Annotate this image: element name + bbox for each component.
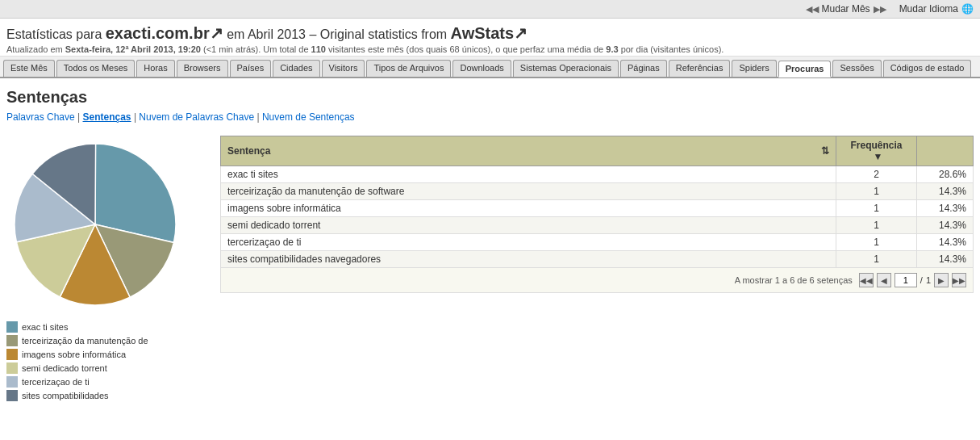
- legend-label: semi dedicado torrent: [22, 363, 107, 373]
- sentence-cell: terceirização da manutenção de software: [221, 183, 836, 200]
- tab-todos-os-meses[interactable]: Todos os Meses: [56, 60, 135, 77]
- top-bar: ◀◀ Mudar Mês ▶▶ Mudar Idioma 🌐: [0, 0, 980, 19]
- table-row: tercerizaçao de ti 1 14.3%: [221, 234, 974, 251]
- main-layout: exac ti sites terceirização da manutençã…: [6, 136, 974, 404]
- legend-label: sites compatibilidades: [22, 391, 109, 400]
- site-name: exacti.com.br↗: [106, 24, 223, 42]
- breadcrumb-separator: |: [75, 111, 83, 123]
- tab-este-mês[interactable]: Este Mês: [3, 60, 55, 77]
- site-title: Estatísticas para exacti.com.br↗ em Abri…: [6, 23, 974, 43]
- legend-label: terceirização da manutenção de: [22, 336, 148, 346]
- legend-color-swatch: [6, 376, 18, 388]
- legend-color-swatch: [6, 321, 18, 333]
- title-month: Abril 2013: [248, 27, 306, 41]
- pct-cell: 28.6%: [917, 166, 974, 183]
- legend-label: imagens sobre informática: [22, 350, 126, 359]
- freq-sort-icon[interactable]: ▼: [874, 151, 883, 162]
- sentences-table: Sentença ⇅ Frequência ▼ exac ti sites 2 …: [220, 136, 974, 268]
- legend-label: exac ti sites: [22, 322, 68, 332]
- awstats-name: AwStats↗: [451, 24, 528, 42]
- change-language-button[interactable]: Mudar Idioma 🌐: [899, 3, 974, 15]
- legend-item: tercerizaçao de ti: [6, 376, 204, 388]
- tab-browsers[interactable]: Browsers: [177, 60, 228, 77]
- tab-tipos-de-arquivos[interactable]: Tipos de Arquivos: [366, 60, 451, 77]
- legend-label: tercerizaçao de ti: [22, 377, 90, 387]
- update-info: Atualizado em Sexta-feira, 12ª Abril 201…: [6, 44, 974, 54]
- next-page-button[interactable]: ▶: [934, 273, 949, 287]
- data-table-container: Sentença ⇅ Frequência ▼ exac ti sites 2 …: [220, 136, 974, 293]
- sentence-cell: imagens sobre informática: [221, 200, 836, 217]
- freq-cell: 1: [836, 251, 917, 268]
- total-pages: 1: [926, 275, 931, 285]
- sentence-cell: exac ti sites: [221, 166, 836, 183]
- legend-color-swatch: [6, 390, 18, 401]
- tab-páginas[interactable]: Páginas: [620, 60, 667, 77]
- table-row: imagens sobre informática 1 14.3%: [221, 200, 974, 217]
- col-frequency: Frequência ▼: [836, 136, 917, 166]
- page-title: Sentenças: [6, 88, 974, 107]
- pagination-nav: ◀◀ ◀ / 1 ▶ ▶▶: [859, 273, 966, 287]
- pct-cell: 14.3%: [917, 251, 974, 268]
- breadcrumb-item-0[interactable]: Palavras Chave: [6, 111, 75, 123]
- sentence-cell: semi dedicado torrent: [221, 217, 836, 234]
- next-arrows-icon: ▶▶: [874, 4, 886, 15]
- tab-spiders[interactable]: Spiders: [732, 60, 776, 77]
- sentence-cell: tercerizaçao de ti: [221, 234, 836, 251]
- page-header: Estatísticas para exacti.com.br↗ em Abri…: [0, 19, 980, 57]
- tab-países[interactable]: Países: [230, 60, 272, 77]
- tab-sistemas-operacionais[interactable]: Sistemas Operacionais: [513, 60, 619, 77]
- pct-cell: 14.3%: [917, 200, 974, 217]
- page-separator: /: [920, 275, 923, 285]
- tab-sessões[interactable]: Sessões: [832, 60, 881, 77]
- change-month-label: Mudar Mês: [822, 3, 870, 15]
- first-page-button[interactable]: ◀◀: [859, 273, 874, 287]
- freq-cell: 1: [836, 200, 917, 217]
- freq-cell: 2: [836, 166, 917, 183]
- legend-item: imagens sobre informática: [6, 349, 204, 360]
- col-pct: [917, 136, 974, 166]
- legend-item: terceirização da manutenção de: [6, 335, 204, 346]
- legend-item: semi dedicado torrent: [6, 362, 204, 374]
- sort-icon[interactable]: ⇅: [821, 145, 829, 157]
- breadcrumb-separator: |: [131, 111, 140, 123]
- daily-avg: 9.3: [606, 44, 618, 54]
- freq-cell: 1: [836, 183, 917, 200]
- prev-page-button[interactable]: ◀: [877, 273, 891, 287]
- legend-item: exac ti sites: [6, 321, 204, 333]
- breadcrumb-item-3[interactable]: Nuvem de Sentenças: [262, 111, 355, 123]
- title-suffix: – Original statistics from: [309, 27, 450, 41]
- freq-cell: 1: [836, 234, 917, 251]
- pct-cell: 14.3%: [917, 183, 974, 200]
- legend-color-swatch: [6, 349, 18, 360]
- table-row: exac ti sites 2 28.6%: [221, 166, 974, 183]
- legend-item: sites compatibilidades: [6, 390, 204, 401]
- legend-color-swatch: [6, 335, 18, 346]
- tab-cidades[interactable]: Cidades: [273, 60, 319, 77]
- pct-cell: 14.3%: [917, 217, 974, 234]
- tab-downloads[interactable]: Downloads: [452, 60, 511, 77]
- change-month-button[interactable]: ◀◀ Mudar Mês ▶▶: [806, 3, 886, 15]
- tab-horas[interactable]: Horas: [136, 60, 174, 77]
- pie-chart: [6, 136, 184, 313]
- tab-visitors[interactable]: Visitors: [322, 60, 365, 77]
- freq-cell: 1: [836, 217, 917, 234]
- table-row: semi dedicado torrent 1 14.3%: [221, 217, 974, 234]
- col-sentence: Sentença ⇅: [221, 136, 836, 166]
- pagination: A mostrar 1 a 6 de 6 setenças ◀◀ ◀ / 1 ▶…: [220, 268, 974, 293]
- sentence-cell: sites compatibilidades navegadores: [221, 251, 836, 268]
- table-row: sites compatibilidades navegadores 1 14.…: [221, 251, 974, 268]
- tab-códigos-de-estado[interactable]: Códigos de estado: [883, 60, 972, 77]
- last-page-button[interactable]: ▶▶: [952, 273, 966, 287]
- breadcrumb-item-2[interactable]: Nuvem de Palavras Chave: [139, 111, 254, 123]
- pct-cell: 14.3%: [917, 234, 974, 251]
- tab-procuras[interactable]: Procuras: [778, 61, 832, 78]
- breadcrumb-item-1[interactable]: Sentenças: [83, 111, 131, 123]
- legend-color-swatch: [6, 362, 18, 374]
- tab-referências[interactable]: Referências: [669, 60, 731, 77]
- page-number-input[interactable]: [895, 273, 917, 287]
- visitor-count: 110: [311, 44, 326, 54]
- page-content: Sentenças Palavras Chave | Sentenças | N…: [0, 78, 980, 413]
- pagination-info: A mostrar 1 a 6 de 6 setenças: [735, 275, 853, 285]
- prev-arrows-icon: ◀◀: [806, 4, 819, 15]
- language-icon: 🌐: [961, 3, 974, 15]
